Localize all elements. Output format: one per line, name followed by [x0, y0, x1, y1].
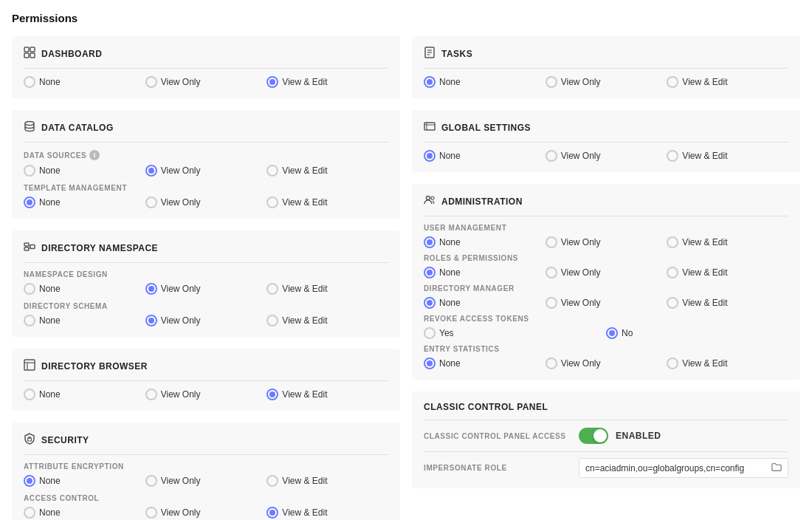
- access-ctrl-viewonly-radio[interactable]: [145, 507, 157, 519]
- folder-icon[interactable]: [771, 462, 782, 474]
- tasks-viewonly-option[interactable]: View Only: [546, 76, 667, 88]
- dir-browser-viewonly-option[interactable]: View Only: [145, 389, 267, 400]
- template-viewonly-radio[interactable]: [145, 196, 157, 208]
- global-viewedit-option[interactable]: View & Edit: [667, 150, 788, 162]
- datasources-none-radio[interactable]: [24, 165, 35, 177]
- dashboard-viewedit-option[interactable]: View & Edit: [266, 76, 388, 88]
- roles-perm-none-option[interactable]: None: [424, 267, 546, 278]
- user-mgmt-viewedit-radio[interactable]: [667, 236, 678, 248]
- roles-perm-viewedit-radio[interactable]: [667, 267, 678, 278]
- dir-browser-viewedit-option[interactable]: View & Edit: [266, 389, 388, 400]
- ns-design-viewonly-radio[interactable]: [145, 283, 157, 295]
- dir-schema-none-option[interactable]: None: [24, 315, 145, 326]
- roles-perm-viewonly-radio[interactable]: [546, 267, 557, 278]
- ns-design-viewedit-option[interactable]: View & Edit: [266, 283, 388, 295]
- attr-enc-none-radio[interactable]: [24, 475, 35, 487]
- template-viewonly-option[interactable]: View Only: [145, 196, 267, 208]
- tasks-none-radio[interactable]: [424, 76, 436, 88]
- dir-browser-none-radio[interactable]: [24, 389, 35, 400]
- template-viewedit-radio[interactable]: [266, 196, 278, 208]
- dir-manager-viewonly-radio[interactable]: [546, 297, 557, 309]
- dashboard-viewedit-radio[interactable]: [266, 76, 278, 88]
- global-viewonly-radio[interactable]: [546, 150, 557, 162]
- entry-stats-viewedit-radio[interactable]: [667, 358, 678, 369]
- attr-enc-viewedit-option[interactable]: View & Edit: [266, 475, 388, 487]
- ns-design-viewedit-radio[interactable]: [266, 283, 278, 295]
- datasources-viewonly-option[interactable]: View Only: [145, 165, 267, 177]
- tasks-viewedit-radio[interactable]: [667, 76, 678, 88]
- tasks-viewonly-radio[interactable]: [546, 76, 557, 88]
- access-ctrl-viewedit-radio[interactable]: [266, 507, 278, 519]
- dir-browser-viewonly-radio[interactable]: [145, 389, 157, 400]
- datasources-none-option[interactable]: None: [24, 165, 145, 177]
- revoke-no-radio[interactable]: [606, 327, 618, 339]
- user-mgmt-none-radio[interactable]: [424, 236, 436, 248]
- datasources-viewedit-option[interactable]: View & Edit: [266, 165, 388, 177]
- dir-manager-viewedit-radio[interactable]: [667, 297, 678, 309]
- classic-cp-toggle[interactable]: [579, 428, 608, 444]
- user-mgmt-viewedit-option[interactable]: View & Edit: [667, 236, 788, 248]
- entry-stats-viewedit-option[interactable]: View & Edit: [667, 358, 788, 369]
- classic-cp-title: CLASSIC CONTROL PANEL: [424, 402, 548, 412]
- administration-icon: [424, 194, 436, 208]
- attr-enc-viewonly-radio[interactable]: [145, 475, 157, 487]
- revoke-yes-radio[interactable]: [424, 327, 436, 339]
- template-viewedit-option[interactable]: View & Edit: [266, 196, 388, 208]
- dir-manager-viewedit-option[interactable]: View & Edit: [667, 297, 788, 309]
- roles-perm-none-radio[interactable]: [424, 267, 436, 278]
- dir-browser-viewedit-radio[interactable]: [266, 389, 278, 400]
- ns-design-none-radio[interactable]: [24, 283, 35, 295]
- roles-perm-radio-group: None View Only View & Edit: [424, 267, 788, 278]
- entry-stats-viewonly-option[interactable]: View Only: [546, 358, 667, 369]
- dir-schema-none-radio[interactable]: [24, 315, 35, 326]
- user-mgmt-viewonly-radio[interactable]: [546, 236, 557, 248]
- attr-enc-none-option[interactable]: None: [24, 475, 145, 487]
- entry-stats-none-radio[interactable]: [424, 358, 436, 369]
- template-none-option[interactable]: None: [24, 196, 145, 208]
- impersonate-role-input[interactable]: [585, 463, 771, 473]
- tasks-viewonly-label: View Only: [561, 77, 601, 87]
- dir-manager-none-radio[interactable]: [424, 297, 436, 309]
- global-viewonly-option[interactable]: View Only: [546, 150, 667, 162]
- ns-design-none-option[interactable]: None: [24, 283, 145, 295]
- dir-browser-none-option[interactable]: None: [24, 389, 145, 400]
- attr-enc-viewedit-radio[interactable]: [266, 475, 278, 487]
- global-none-radio[interactable]: [424, 150, 436, 162]
- ns-design-viewonly-option[interactable]: View Only: [145, 283, 267, 295]
- revoke-no-option[interactable]: No: [606, 327, 788, 339]
- svg-point-4: [25, 122, 34, 126]
- global-none-option[interactable]: None: [424, 150, 546, 162]
- global-viewedit-radio[interactable]: [667, 150, 678, 162]
- dashboard-viewonly-option[interactable]: View Only: [145, 76, 267, 88]
- dir-schema-viewonly-option[interactable]: View Only: [145, 315, 267, 326]
- access-ctrl-viewonly-option[interactable]: View Only: [145, 507, 267, 519]
- user-mgmt-none-option[interactable]: None: [424, 236, 546, 248]
- dir-manager-viewonly-option[interactable]: View Only: [546, 297, 667, 309]
- access-control-label: ACCESS CONTROL: [24, 494, 388, 502]
- dir-schema-viewonly-radio[interactable]: [145, 315, 157, 326]
- revoke-yes-option[interactable]: Yes: [424, 327, 606, 339]
- tasks-none-option[interactable]: None: [424, 76, 546, 88]
- entry-stats-viewonly-radio[interactable]: [546, 358, 557, 369]
- dashboard-none-radio[interactable]: [24, 76, 35, 88]
- entry-stats-none-option[interactable]: None: [424, 358, 546, 369]
- dashboard-viewonly-radio[interactable]: [145, 76, 157, 88]
- dashboard-none-option[interactable]: None: [24, 76, 145, 88]
- tasks-icon: [424, 47, 436, 61]
- dir-schema-viewedit-option[interactable]: View & Edit: [266, 315, 388, 326]
- access-ctrl-none-radio[interactable]: [24, 507, 35, 519]
- datasources-viewedit-radio[interactable]: [266, 165, 278, 177]
- tasks-viewedit-option[interactable]: View & Edit: [667, 76, 788, 88]
- access-ctrl-none-option[interactable]: None: [24, 507, 145, 519]
- template-none-radio[interactable]: [24, 196, 35, 208]
- attr-enc-viewonly-option[interactable]: View Only: [145, 475, 267, 487]
- access-ctrl-viewedit-option[interactable]: View & Edit: [266, 507, 388, 519]
- roles-perm-viewonly-option[interactable]: View Only: [546, 267, 667, 278]
- datasources-viewonly-radio[interactable]: [145, 165, 157, 177]
- user-mgmt-viewonly-option[interactable]: View Only: [546, 236, 667, 248]
- svg-point-22: [431, 196, 434, 199]
- roles-perm-viewedit-option[interactable]: View & Edit: [667, 267, 788, 278]
- dir-manager-none-option[interactable]: None: [424, 297, 546, 309]
- dir-schema-viewedit-radio[interactable]: [266, 315, 278, 326]
- data-sources-info-icon[interactable]: i: [89, 150, 100, 160]
